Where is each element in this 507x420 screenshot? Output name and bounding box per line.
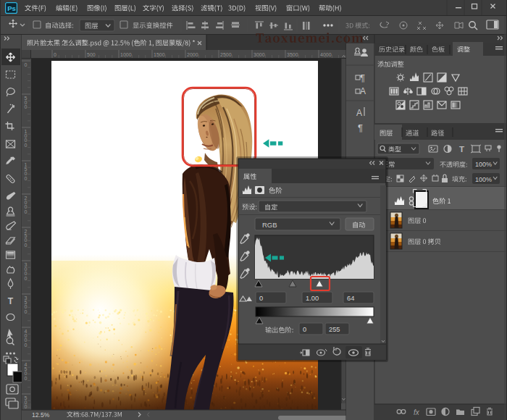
svg-text:fx: fx	[414, 408, 420, 416]
svg-text:¶: ¶	[358, 122, 363, 133]
svg-text:1.00: 1.00	[306, 295, 319, 302]
svg-text:100%: 100%	[475, 161, 492, 168]
svg-text:1500: 1500	[154, 52, 165, 57]
svg-text:0: 0	[259, 295, 263, 302]
svg-text:¶: ¶	[360, 72, 365, 83]
svg-text:64: 64	[347, 295, 354, 302]
svg-text:0: 0	[25, 143, 28, 148]
svg-text:0: 0	[25, 343, 28, 348]
svg-text:0: 0	[54, 52, 56, 57]
svg-text:500: 500	[87, 52, 96, 57]
svg-text:Ps: Ps	[7, 4, 16, 12]
svg-text:0: 0	[25, 276, 28, 281]
svg-text:0: 0	[25, 62, 28, 67]
svg-text:0: 0	[25, 376, 28, 381]
svg-text:0: 0	[25, 243, 28, 248]
svg-text:3000: 3000	[254, 52, 265, 57]
svg-text:255: 255	[329, 326, 340, 333]
svg-text:0: 0	[25, 104, 28, 109]
svg-text:0: 0	[25, 309, 28, 314]
svg-text:A: A	[360, 86, 366, 96]
svg-text:A: A	[356, 108, 362, 118]
svg-text:12.5%: 12.5%	[32, 411, 50, 419]
svg-text:1000: 1000	[120, 52, 132, 57]
svg-text:0: 0	[303, 326, 306, 333]
svg-text:100%: 100%	[475, 176, 492, 183]
svg-text:4000: 4000	[320, 52, 332, 57]
svg-text:2500: 2500	[220, 52, 232, 57]
svg-text:0: 0	[25, 209, 28, 214]
svg-text:3500: 3500	[287, 52, 298, 57]
svg-text:RGB: RGB	[262, 221, 277, 229]
svg-text:T: T	[8, 296, 14, 306]
svg-text:2000: 2000	[187, 52, 198, 57]
svg-text:T: T	[459, 145, 464, 154]
svg-text:0: 0	[25, 176, 28, 181]
